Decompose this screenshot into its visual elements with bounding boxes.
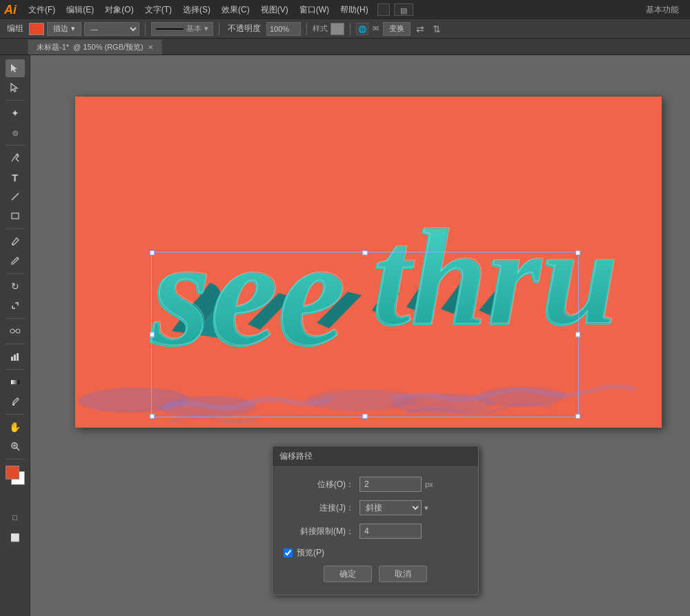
svg-line-3 [12,193,19,200]
offset-row: 位移(O)： px [284,477,467,492]
screen-mode-icon[interactable] [377,3,390,16]
fullscreen-mode-btn[interactable]: ⬜ [6,528,25,546]
transform-button[interactable]: 变换 [383,22,411,36]
line-tool[interactable] [6,188,25,206]
svg-line-15 [17,448,19,450]
svg-rect-12 [11,380,19,384]
gradient-tool[interactable] [6,373,25,391]
miter-label: 斜接限制(M)： [284,526,359,537]
opacity-value: 100% [266,22,301,36]
magic-wand-tool[interactable]: ✦ [6,104,25,122]
offset-path-dialog: 偏移路径 位移(O)： px 连接(J)： 斜接 圆角 斜角 ▾ [272,446,479,595]
tool-divider-9 [6,459,25,459]
tool-divider-3 [6,228,25,229]
preview-checkbox[interactable] [284,548,293,557]
select-tool[interactable] [6,59,25,77]
menu-edit[interactable]: 编辑(E) [61,3,99,17]
tool-divider-8 [6,414,25,415]
hand-tool[interactable]: ✋ [6,418,25,436]
stroke-dropdown[interactable]: 描边 ▾ [47,22,81,36]
lasso-tool[interactable]: ⌾ [6,123,25,141]
menu-help[interactable]: 帮助(H) [335,3,373,17]
paintbrush-tool[interactable] [6,232,25,250]
svg-rect-4 [12,213,19,219]
dialog-title-bar[interactable]: 偏移路径 [273,446,478,467]
stroke-dropdown-arrow[interactable]: ▾ [204,24,208,33]
divider3 [306,23,307,35]
opacity-label: 不透明度 [225,23,264,34]
tool-divider-4 [6,273,25,274]
ok-button[interactable]: 确定 [324,566,372,582]
svg-rect-13 [12,404,14,406]
column-graph-tool[interactable] [6,348,25,366]
scale-tool[interactable] [6,297,25,315]
flip-v-icon[interactable]: ⇅ [430,22,444,36]
stroke-style-select[interactable]: — [84,22,139,36]
join-row: 连接(J)： 斜接 圆角 斜角 ▾ [284,500,467,515]
tool-divider-7 [6,369,25,370]
pencil-tool[interactable] [6,252,25,270]
join-dropdown-arrow: ▾ [424,504,428,513]
svg-marker-1 [11,83,17,92]
miter-input[interactable] [359,524,422,539]
app-logo: Ai [4,3,17,17]
document-tab[interactable]: 未标题-1* @ 150% (RGB/预览) ✕ [28,39,162,54]
join-label: 连接(J)： [284,502,359,514]
svg-marker-0 [11,64,17,72]
preview-row: 预览(P) [284,547,467,559]
view-mode-selector[interactable]: ▤ [394,3,413,16]
artboard: see thru see thru [75,97,662,428]
menu-object[interactable]: 对象(O) [100,3,138,17]
offset-label: 位移(O)： [284,479,359,490]
preview-label[interactable]: 预览(P) [297,547,324,559]
toolbar-bar: 编组 描边 ▾ — 基本 ▾ 不透明度 100% 样式 🌐 ✉ 变换 ⇄ ⇅ [0,19,690,39]
stroke-label: 基本 [186,23,201,34]
svg-text:thru: thru [373,200,619,352]
style-color-box[interactable] [331,23,344,35]
rect-tool[interactable] [6,207,25,225]
tool-divider-2 [6,145,25,146]
fg-color-swatch[interactable] [6,466,19,479]
zoom-tool[interactable] [6,437,25,455]
direct-select-tool[interactable] [6,79,25,97]
mode-label: 编组 [4,23,26,34]
join-select[interactable]: 斜接 圆角 斜角 [359,500,422,515]
normal-mode-btn[interactable]: □ [6,508,25,526]
pen-tool[interactable] [6,149,25,167]
stroke-line-box: 基本 ▾ [151,22,213,36]
globe-icon[interactable]: 🌐 [356,23,368,35]
type-tool[interactable]: T [6,168,25,186]
eyedropper-tool[interactable] [6,393,25,410]
menu-view[interactable]: 视图(V) [256,3,293,17]
menu-select[interactable]: 选择(S) [178,3,215,17]
tab-bar: 未标题-1* @ 150% (RGB/预览) ✕ [0,39,690,55]
canvas-area: see thru see thru [30,55,690,616]
dialog-buttons: 确定 取消 [284,566,467,585]
tab-close-button[interactable]: ✕ [148,43,153,51]
menu-window[interactable]: 窗口(W) [295,3,334,17]
tab-title: 未标题-1* [37,42,69,52]
style-label: 样式 [313,23,328,34]
left-tools-panel: ✦ ⌾ T ↻ [0,55,30,616]
svg-rect-9 [11,357,13,361]
offset-unit: px [425,480,433,488]
main-content: ✦ ⌾ T ↻ [0,55,690,616]
divider2 [219,23,219,35]
flip-h-icon[interactable]: ⇄ [413,22,427,36]
offset-input[interactable] [359,477,422,492]
envelope-icon[interactable]: ✉ [371,24,380,33]
menu-effect[interactable]: 效果(C) [217,3,255,17]
rotate-tool[interactable]: ↻ [6,277,25,295]
menu-bar: Ai 文件(F) 编辑(E) 对象(O) 文字(T) 选择(S) 效果(C) 视… [0,0,690,19]
tool-divider-5 [6,318,25,319]
divider1 [145,23,146,35]
divider4 [350,23,351,35]
dialog-body: 位移(O)： px 连接(J)： 斜接 圆角 斜角 ▾ 斜接限制(M)： [273,467,478,595]
menu-file[interactable]: 文件(F) [23,3,60,17]
fill-color-swatch[interactable] [29,23,44,35]
tool-divider-6 [6,344,25,344]
menu-text[interactable]: 文字(T) [140,3,177,17]
svg-rect-10 [14,355,16,361]
blend-tool[interactable] [6,322,25,340]
cancel-button[interactable]: 取消 [379,566,427,582]
